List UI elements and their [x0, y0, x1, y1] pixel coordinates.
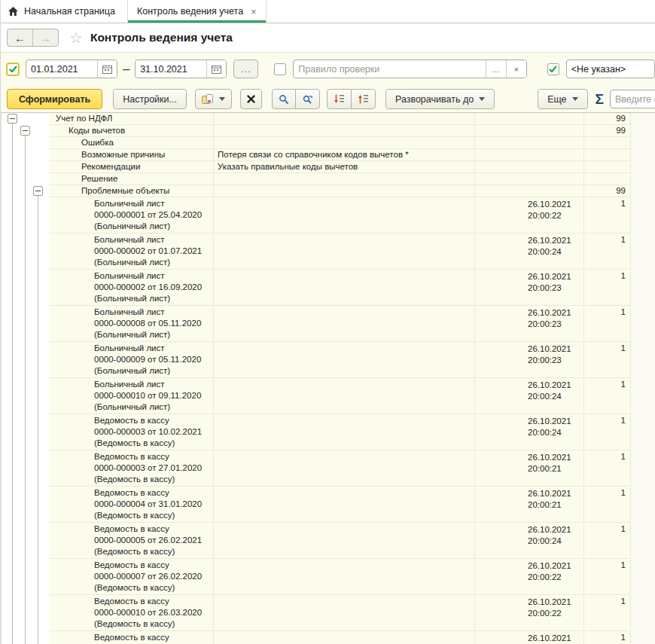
search-button[interactable] [272, 89, 296, 109]
calendar-icon[interactable] [97, 60, 117, 78]
rule-checkbox[interactable] [274, 63, 286, 75]
search-repeat-icon [302, 94, 313, 105]
cell-object: Больничный лист0000-000002 от 01.07.2021… [50, 234, 214, 269]
expand-all-button[interactable] [327, 89, 352, 109]
cell-count [584, 161, 631, 172]
cell-object: Ошибка [50, 137, 214, 148]
table-row[interactable]: Коды вычетов99 [50, 125, 631, 137]
table-row[interactable]: Проблемные объекты99 [50, 185, 631, 197]
cell-description [214, 523, 475, 558]
quick-search-input[interactable] [611, 90, 655, 108]
table-row-item[interactable]: Ведомость в кассу0000-000010 от 26.03.20… [50, 595, 631, 631]
form-panel: – ... ... × Сформировать [1, 52, 655, 113]
date-to-field [135, 60, 227, 78]
cell-object: Ведомость в кассу0000-000010 от 26.03.20… [50, 596, 214, 630]
period-more-button[interactable]: ... [233, 60, 258, 78]
cell-description [214, 487, 475, 522]
tree-expander-icon[interactable] [8, 114, 17, 124]
cell-count: 1 [584, 487, 631, 522]
search-repeat-button[interactable] [295, 89, 320, 109]
cell-object: Ведомость в кассу0000-000003 от 10.02.20… [50, 415, 214, 450]
table-row-item[interactable]: Больничный лист0000-000002 от 01.07.2021… [50, 233, 631, 270]
tree-guide-line [38, 196, 38, 644]
cell-count: 1 [584, 234, 631, 269]
cell-datetime [475, 161, 584, 172]
search-icon [279, 94, 289, 105]
rule-clear-icon[interactable]: × [506, 60, 526, 78]
table-row[interactable]: Решение [50, 173, 631, 185]
cell-datetime: 26.10.202120:00:23 [475, 307, 584, 341]
calendar-icon[interactable] [206, 60, 226, 78]
tab-home[interactable]: Начальная страница [1, 0, 128, 23]
table-row-item[interactable]: Ведомость в кассу0000-000003 от 10.02.20… [50, 414, 631, 450]
cell-count: 99 [584, 185, 631, 197]
star-icon[interactable]: ☆ [69, 30, 83, 45]
period-checkbox[interactable] [7, 63, 19, 75]
cell-description [214, 343, 475, 377]
sum-sigma-icon[interactable]: Σ [596, 91, 604, 108]
table-row[interactable]: РекомендацииУказать правильные коды выче… [50, 161, 631, 173]
cell-description [214, 560, 475, 594]
tree-expander-icon[interactable] [20, 126, 30, 136]
cell-datetime: 26.10.202120:00:24 [475, 632, 584, 644]
report-variants-button[interactable] [195, 89, 232, 109]
table-row-item[interactable]: Ведомость в кассу0000-000010 от 29.04.20… [50, 631, 631, 644]
cell-description [214, 198, 475, 233]
table-row-item[interactable]: Ведомость в кассу0000-000007 от 26.02.20… [50, 559, 631, 595]
generate-button[interactable]: Сформировать [7, 89, 102, 109]
cell-datetime [475, 185, 584, 197]
tab-label: Контроль ведения учета [137, 6, 243, 17]
settings-button[interactable]: Настройки... [113, 89, 187, 109]
home-icon [8, 7, 18, 16]
cell-count: 99 [584, 125, 631, 136]
date-range-dash: – [123, 63, 129, 76]
tab-close-icon[interactable]: × [251, 7, 257, 17]
table-row-item[interactable]: Больничный лист0000-000001 от 25.04.2020… [50, 197, 631, 233]
org-checkbox[interactable] [547, 63, 559, 75]
org-input[interactable] [567, 60, 654, 78]
table-row-item[interactable]: Больничный лист0000-000009 от 05.11.2020… [50, 342, 631, 378]
expand-all-icon [334, 94, 345, 104]
cell-datetime: 26.10.202120:00:24 [475, 379, 584, 414]
date-from-field [26, 60, 117, 78]
cell-description [214, 173, 475, 185]
cell-datetime: 26.10.202120:00:21 [475, 487, 584, 522]
forward-arrow-icon[interactable]: → [32, 29, 58, 46]
cell-description: Указать правильные коды вычетов [214, 161, 475, 172]
back-arrow-icon[interactable]: ← [8, 29, 32, 46]
cell-count [584, 149, 631, 160]
cell-object: Коды вычетов [50, 125, 214, 136]
report-rows: Учет по НДФЛ99Коды вычетов99ОшибкаВозмож… [50, 113, 631, 644]
clear-button[interactable] [240, 89, 262, 109]
cell-object: Больничный лист0000-000002 от 16.09.2020… [50, 270, 214, 305]
more-button[interactable]: Еще [538, 89, 587, 109]
rule-more-button[interactable]: ... [486, 60, 506, 78]
title-bar: ← → ☆ Контроль ведения учета [1, 23, 655, 52]
table-row[interactable]: Возможные причиныПотеря связи со справоч… [50, 149, 631, 161]
expand-to-button[interactable]: Разворачивать до [385, 89, 495, 109]
date-to-input[interactable] [136, 60, 206, 78]
cell-count: 1 [584, 415, 631, 450]
table-row-item[interactable]: Ведомость в кассу0000-000004 от 31.01.20… [50, 487, 631, 523]
tree-guide-line [12, 124, 13, 644]
report-variant-icon [202, 94, 214, 105]
table-row[interactable]: Учет по НДФЛ99 [50, 113, 631, 125]
cell-datetime: 26.10.202120:00:24 [475, 415, 584, 450]
table-row[interactable]: Ошибка [50, 137, 631, 149]
quick-search-field [610, 90, 655, 108]
tree-expander-icon[interactable] [33, 186, 43, 196]
tab-kontrol-vedeniya-ucheta[interactable]: Контроль ведения учета × [128, 0, 267, 23]
table-row-item[interactable]: Ведомость в кассу0000-000003 от 27.01.20… [50, 450, 631, 487]
date-from-input[interactable] [26, 60, 97, 78]
rule-input[interactable] [294, 60, 485, 78]
table-row-item[interactable]: Больничный лист0000-000008 от 05.11.2020… [50, 306, 631, 342]
cell-datetime [475, 125, 584, 136]
collapse-all-button[interactable] [351, 89, 376, 109]
table-row-item[interactable]: Больничный лист0000-000010 от 09.11.2020… [50, 378, 631, 414]
table-row-item[interactable]: Больничный лист0000-000002 от 16.09.2020… [50, 270, 631, 306]
table-row-item[interactable]: Ведомость в кассу0000-000005 от 26.02.20… [50, 523, 631, 559]
cell-datetime: 26.10.202120:00:22 [475, 198, 584, 233]
cell-object: Ведомость в кассу0000-000007 от 26.02.20… [50, 560, 214, 594]
org-field [566, 60, 655, 78]
cell-object: Ведомость в кассу0000-000004 от 31.01.20… [50, 487, 214, 522]
